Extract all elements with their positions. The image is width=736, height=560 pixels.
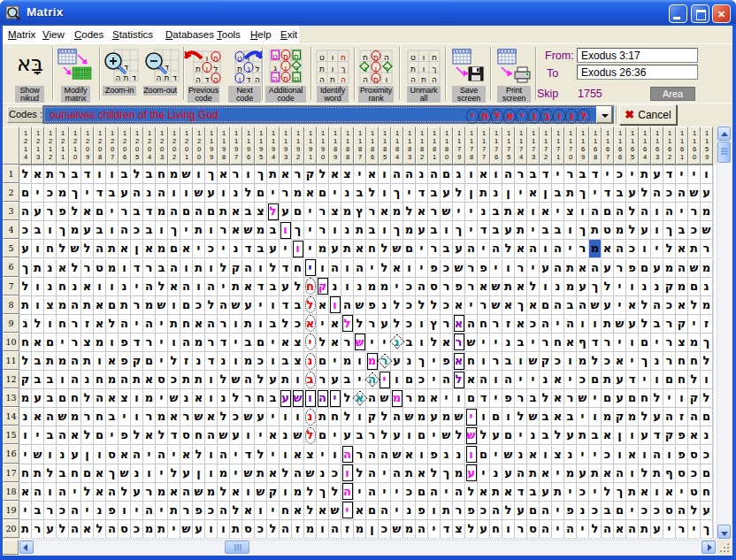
- matrix-cell-r17-c13[interactable]: ע: [180, 464, 193, 483]
- matrix-cell-r20-c45[interactable]: י: [577, 520, 589, 539]
- matrix-cell-r2-c0[interactable]: ם: [19, 184, 32, 203]
- matrix-cell-r13-c9[interactable]: ו: [131, 389, 143, 408]
- matrix-cell-r10-c44[interactable]: א: [564, 334, 577, 352]
- matrix-cell-r1-c46[interactable]: ד: [589, 165, 602, 184]
- matrix-cell-r4-c45[interactable]: ך: [577, 221, 589, 240]
- matrix-cell-r19-c18[interactable]: א: [242, 502, 255, 520]
- matrix-cell-r8-c51[interactable]: ה: [651, 296, 663, 315]
- matrix-cell-r2-c23[interactable]: א: [304, 184, 317, 203]
- matrix-cell-r6-c49[interactable]: פ: [626, 259, 639, 278]
- matrix-cell-r6-c20[interactable]: ל: [267, 259, 280, 278]
- matrix-cell-r20-c4[interactable]: ה: [69, 520, 81, 539]
- matrix-cell-r6-c41[interactable]: י: [527, 259, 540, 278]
- matrix-cell-r10-c45[interactable]: ף: [577, 334, 589, 352]
- matrix-cell-r3-c3[interactable]: פ: [57, 203, 69, 221]
- matrix-cell-r7-c12[interactable]: א: [168, 278, 180, 296]
- matrix-cell-r10-c49[interactable]: ו: [626, 334, 639, 352]
- matrix-cell-r1-c42[interactable]: ד: [540, 165, 552, 184]
- matrix-cell-r2-c17[interactable]: נ: [230, 184, 242, 203]
- matrix-cell-r10-c3[interactable]: י: [57, 334, 69, 352]
- matrix-cell-r8-c19[interactable]: י: [255, 296, 267, 315]
- matrix-cell-r20-c33[interactable]: י: [428, 520, 441, 539]
- matrix-cell-r5-c29[interactable]: ל: [379, 240, 391, 258]
- matrix-cell-r14-c6[interactable]: ח: [94, 408, 106, 426]
- matrix-cell-r16-c38[interactable]: י: [490, 446, 502, 464]
- matrix-cell-r5-c17[interactable]: נ: [230, 240, 242, 258]
- matrix-cell-r7-c2[interactable]: נ: [44, 278, 57, 296]
- matrix-cell-r12-c49[interactable]: ד: [626, 371, 639, 389]
- matrix-cell-r15-c11[interactable]: ל: [156, 426, 168, 445]
- matrix-cell-r8-c17[interactable]: ש: [230, 296, 242, 315]
- matrix-cell-r18-c15[interactable]: מ: [205, 483, 218, 502]
- matrix-cell-r2-c33[interactable]: ב: [428, 184, 441, 203]
- matrix-cell-r4-c25[interactable]: ו: [329, 221, 341, 240]
- matrix-cell-r4-c9[interactable]: כ: [131, 221, 143, 240]
- matrix-cell-r6-c29[interactable]: ל: [379, 259, 391, 278]
- matrix-cell-r17-c33[interactable]: ל: [428, 464, 441, 483]
- matrix-cell-r8-c20[interactable]: ו: [267, 296, 280, 315]
- matrix-cell-r19-c49[interactable]: י: [626, 502, 639, 520]
- matrix-cell-r13-c27[interactable]: א: [354, 389, 366, 408]
- matrix-cell-r13-c5[interactable]: ל: [81, 389, 94, 408]
- matrix-cell-r6-c46[interactable]: ה: [589, 259, 602, 278]
- matrix-cell-r16-c2[interactable]: ו: [44, 446, 57, 464]
- matrix-cell-r7-c51[interactable]: נ: [651, 278, 663, 296]
- matrix-cell-r20-c52[interactable]: י: [663, 520, 676, 539]
- matrix-cell-r8-c7[interactable]: ם: [106, 296, 119, 315]
- matrix-cell-r11-c36[interactable]: ח: [465, 352, 478, 371]
- matrix-cell-r9-c27[interactable]: ל: [354, 315, 366, 334]
- matrix-cell-r6-c11[interactable]: ב: [156, 259, 168, 278]
- matrix-cell-r4-c16[interactable]: ר: [218, 221, 230, 240]
- matrix-cell-r3-c44[interactable]: צ: [564, 203, 577, 221]
- matrix-cell-r3-c0[interactable]: ה: [19, 203, 32, 221]
- matrix-cell-r6-c2[interactable]: נ: [44, 259, 57, 278]
- matrix-cell-r5-c38[interactable]: ה: [490, 240, 502, 258]
- maximize-button[interactable]: ❐: [691, 4, 709, 23]
- matrix-cell-r3-c21[interactable]: ע: [280, 203, 292, 221]
- matrix-cell-r7-c19[interactable]: ד: [255, 278, 267, 296]
- matrix-cell-r4-c10[interactable]: ב: [143, 221, 156, 240]
- matrix-cell-r1-c51[interactable]: ע: [651, 165, 663, 184]
- matrix-cell-r9-c17[interactable]: ו: [230, 315, 242, 334]
- matrix-cell-r9-c15[interactable]: ה: [205, 315, 218, 334]
- matrix-cell-r17-c12[interactable]: ל: [168, 464, 180, 483]
- matrix-cell-r15-c7[interactable]: י: [106, 426, 119, 445]
- matrix-cell-r20-c23[interactable]: מ: [304, 520, 317, 539]
- matrix-cell-r16-c13[interactable]: א: [180, 446, 193, 464]
- matrix-cell-r1-c22[interactable]: ר: [292, 165, 304, 184]
- matrix-cell-r18-c3[interactable]: ה: [57, 483, 69, 502]
- matrix-cell-r4-c43[interactable]: ב: [552, 221, 564, 240]
- matrix-cell-r1-c23[interactable]: ק: [304, 165, 317, 184]
- matrix-cell-r15-c39[interactable]: ם: [502, 426, 515, 445]
- matrix-cell-r19-c34[interactable]: ת: [441, 502, 453, 520]
- matrix-cell-r17-c19[interactable]: ת: [255, 464, 267, 483]
- matrix-cell-r1-c31[interactable]: ה: [403, 165, 416, 184]
- matrix-cell-r17-c37[interactable]: י: [478, 464, 490, 483]
- matrix-cell-r10-c53[interactable]: צ: [676, 334, 688, 352]
- matrix-cell-r3-c14[interactable]: ה: [193, 203, 205, 221]
- matrix-cell-r2-c54[interactable]: ש: [688, 184, 701, 203]
- matrix-cell-r6-c35[interactable]: ש: [453, 259, 465, 278]
- matrix-cell-r14-c51[interactable]: ע: [651, 408, 663, 426]
- matrix-cell-r19-c52[interactable]: ס: [663, 502, 676, 520]
- matrix-cell-r18-c48[interactable]: ך: [614, 483, 626, 502]
- matrix-cell-r10-c21[interactable]: א: [280, 334, 292, 352]
- matrix-cell-r5-c14[interactable]: י: [193, 240, 205, 258]
- matrix-cell-r8-c31[interactable]: כ: [403, 296, 416, 315]
- matrix-cell-r2-c4[interactable]: ך: [69, 184, 81, 203]
- matrix-cell-r14-c35[interactable]: ש: [453, 408, 465, 426]
- matrix-cell-r2-c31[interactable]: י: [403, 184, 416, 203]
- matrix-cell-r11-c28[interactable]: מ: [366, 352, 379, 371]
- matrix-cell-r15-c50[interactable]: ע: [639, 426, 651, 445]
- matrix-cell-r12-c48[interactable]: ע: [614, 371, 626, 389]
- matrix-cell-r18-c33[interactable]: ה: [428, 483, 441, 502]
- matrix-cell-r17-c46[interactable]: ת: [589, 464, 602, 483]
- matrix-cell-r3-c55[interactable]: מ: [701, 203, 713, 221]
- matrix-cell-r5-c46[interactable]: מ: [589, 240, 602, 258]
- matrix-cell-r7-c37[interactable]: א: [478, 278, 490, 296]
- matrix-cell-r4-c46[interactable]: ת: [589, 221, 602, 240]
- matrix-cell-r12-c53[interactable]: ח: [676, 371, 688, 389]
- matrix-cell-r19-c3[interactable]: כ: [57, 502, 69, 520]
- matrix-cell-r7-c47[interactable]: ל: [602, 278, 614, 296]
- matrix-cell-r10-c54[interactable]: מ: [688, 334, 701, 352]
